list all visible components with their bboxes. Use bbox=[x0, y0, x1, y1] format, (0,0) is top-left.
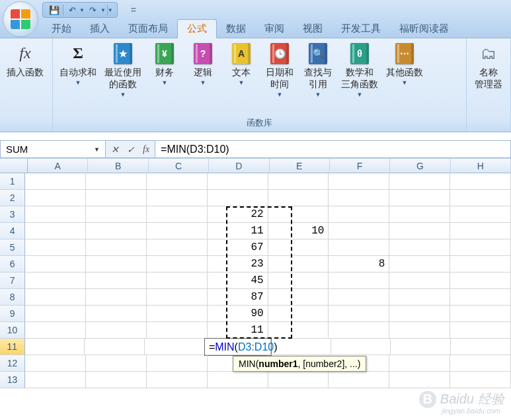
cell[interactable] bbox=[450, 239, 511, 256]
cell[interactable] bbox=[391, 339, 451, 355]
lookup-button[interactable]: 🔍 查找与 引用 ▼ bbox=[300, 41, 336, 101]
column-header[interactable]: C bbox=[149, 159, 209, 173]
cell[interactable] bbox=[268, 289, 329, 306]
cell[interactable] bbox=[147, 355, 208, 372]
cell[interactable] bbox=[86, 206, 147, 223]
cell[interactable]: 67 bbox=[208, 239, 268, 256]
row-header[interactable]: 12 bbox=[0, 355, 25, 372]
cell[interactable] bbox=[86, 372, 147, 388]
cell[interactable] bbox=[147, 239, 208, 256]
cell[interactable] bbox=[450, 190, 511, 206]
autosum-button[interactable]: Σ 自动求和 ▼ bbox=[57, 41, 99, 89]
tab-data[interactable]: 数据 bbox=[217, 20, 255, 38]
cell[interactable] bbox=[85, 339, 145, 355]
cell[interactable] bbox=[450, 256, 511, 273]
more-functions-button[interactable]: ⋯ 其他函数 ▼ bbox=[383, 41, 426, 89]
cell[interactable] bbox=[86, 173, 147, 190]
cell[interactable] bbox=[147, 223, 208, 239]
cell[interactable] bbox=[147, 289, 208, 306]
row-header[interactable]: 13 bbox=[0, 372, 25, 388]
cell[interactable] bbox=[450, 273, 511, 289]
tab-review[interactable]: 审阅 bbox=[255, 20, 294, 38]
cell[interactable] bbox=[86, 289, 147, 306]
save-button[interactable]: 💾 bbox=[47, 3, 61, 17]
cell[interactable] bbox=[329, 206, 389, 223]
tab-formulas[interactable]: 公式 bbox=[177, 19, 217, 38]
tab-home[interactable]: 开始 bbox=[42, 20, 81, 38]
cell[interactable]: 23 bbox=[208, 256, 268, 273]
cell[interactable]: 22 bbox=[208, 206, 268, 223]
cell[interactable] bbox=[331, 339, 391, 355]
cell[interactable] bbox=[25, 223, 86, 239]
cell[interactable] bbox=[147, 372, 208, 388]
cell[interactable] bbox=[25, 289, 86, 306]
cell[interactable] bbox=[450, 355, 511, 372]
cell[interactable] bbox=[389, 322, 450, 339]
row-header[interactable]: 8 bbox=[0, 289, 25, 306]
cell[interactable] bbox=[389, 223, 450, 239]
cell[interactable] bbox=[25, 322, 86, 339]
cell[interactable] bbox=[268, 206, 329, 223]
cell[interactable] bbox=[86, 190, 147, 206]
cell[interactable] bbox=[147, 256, 208, 273]
row-header[interactable]: 9 bbox=[0, 306, 25, 322]
cell[interactable] bbox=[208, 372, 268, 388]
name-manager-button[interactable]: 🗂 名称 管理器 bbox=[471, 41, 506, 91]
cell[interactable] bbox=[25, 190, 86, 206]
cell[interactable] bbox=[25, 355, 86, 372]
column-header[interactable]: F bbox=[330, 159, 390, 173]
tab-page-layout[interactable]: 页面布局 bbox=[119, 20, 177, 38]
row-header[interactable]: 1 bbox=[0, 173, 25, 190]
column-header[interactable]: E bbox=[270, 159, 330, 173]
cell[interactable] bbox=[86, 223, 147, 239]
cell[interactable] bbox=[25, 273, 86, 289]
cell[interactable] bbox=[147, 173, 208, 190]
cell[interactable] bbox=[389, 355, 450, 372]
cell[interactable] bbox=[450, 372, 511, 388]
cell[interactable] bbox=[25, 306, 86, 322]
cell[interactable] bbox=[25, 372, 86, 388]
cell[interactable] bbox=[268, 256, 329, 273]
cell[interactable]: =MIN(D3:D10) bbox=[205, 339, 271, 355]
column-header[interactable]: G bbox=[390, 159, 450, 173]
cell[interactable] bbox=[25, 239, 86, 256]
cell[interactable] bbox=[450, 289, 511, 306]
undo-dropdown-icon[interactable]: ▼ bbox=[79, 7, 85, 13]
cell[interactable] bbox=[329, 239, 389, 256]
cell[interactable] bbox=[268, 239, 329, 256]
cell[interactable] bbox=[25, 206, 86, 223]
insert-function-button[interactable]: fx 插入函数 bbox=[4, 41, 46, 79]
cell[interactable]: 90 bbox=[208, 306, 268, 322]
name-box-dropdown-icon[interactable]: ▼ bbox=[94, 146, 100, 153]
redo-dropdown-icon[interactable]: ▼ bbox=[100, 7, 106, 13]
row-header[interactable]: 7 bbox=[0, 273, 25, 289]
column-header[interactable]: H bbox=[451, 159, 511, 173]
cell[interactable] bbox=[268, 306, 329, 322]
row-header[interactable]: 10 bbox=[0, 322, 25, 339]
cell[interactable]: 11 bbox=[208, 223, 268, 239]
spreadsheet-grid[interactable]: ABCDEFGH 1232241110567623874588799010111… bbox=[0, 159, 511, 388]
cell[interactable] bbox=[389, 190, 450, 206]
undo-button[interactable]: ↶ bbox=[65, 3, 79, 17]
qat-customize-icon[interactable]: ▼ bbox=[108, 7, 113, 13]
enter-button[interactable]: ✓ bbox=[127, 144, 135, 155]
row-header[interactable]: 3 bbox=[0, 206, 25, 223]
cell[interactable] bbox=[329, 322, 389, 339]
column-header[interactable]: A bbox=[28, 159, 88, 173]
cell[interactable] bbox=[389, 206, 450, 223]
cell[interactable] bbox=[389, 173, 450, 190]
cancel-button[interactable]: ✕ bbox=[111, 144, 119, 155]
column-header[interactable]: D bbox=[209, 159, 269, 173]
cell[interactable] bbox=[86, 256, 147, 273]
cell[interactable] bbox=[147, 190, 208, 206]
office-button[interactable] bbox=[3, 1, 38, 37]
cell[interactable] bbox=[147, 206, 208, 223]
cell[interactable] bbox=[147, 322, 208, 339]
redo-button[interactable]: ↷ bbox=[86, 3, 100, 17]
cell[interactable] bbox=[329, 289, 389, 306]
cell[interactable] bbox=[450, 206, 511, 223]
cell[interactable] bbox=[389, 306, 450, 322]
recently-used-button[interactable]: ★ 最近使用 的函数 ▼ bbox=[102, 41, 144, 101]
row-header[interactable]: 2 bbox=[0, 190, 25, 206]
cell[interactable] bbox=[329, 273, 389, 289]
